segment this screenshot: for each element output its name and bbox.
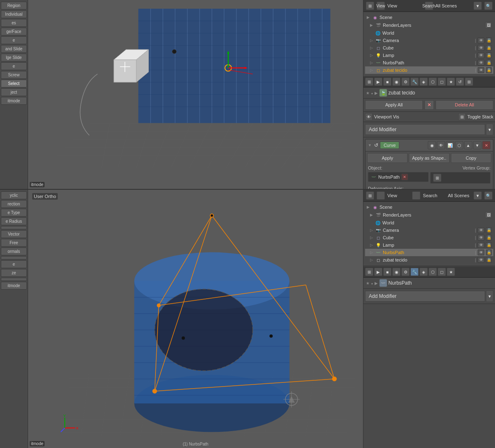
tb-icon-bot-7[interactable]: ⬡	[429, 268, 437, 276]
tree-item-camera[interactable]: ▷ 📷 Camera | 👁 🔒	[365, 37, 493, 44]
object-input[interactable]: 〰 NurbsPath ✕	[368, 172, 429, 182]
tb-icon-bot-5[interactable]: 🔧	[410, 268, 419, 276]
apply-as-shape-btn[interactable]: Apply as Shape..	[409, 153, 449, 163]
sidebar-item-and-slide[interactable]: and Slide	[1, 45, 27, 53]
sidebar-item-e2[interactable]: e	[1, 62, 27, 70]
toggle-stack-icon[interactable]: ⊞	[458, 113, 466, 120]
vertex-group-input[interactable]: ⊞	[430, 172, 491, 184]
mod-h-icon-close[interactable]: ✕	[482, 141, 490, 149]
viewport-top[interactable]: itmode	[28, 0, 363, 189]
delete-all-btn[interactable]: Delete All	[436, 100, 493, 110]
tb-icon-0[interactable]: ⊞	[365, 78, 373, 86]
sidebar-item-lge-slide[interactable]: lge Slide	[1, 54, 27, 61]
tree-item-zubat-bot[interactable]: ▷ ◻ zubat tecido | 👁 🔒	[365, 256, 493, 264]
tb-icon-bot-9[interactable]: ★	[447, 268, 455, 276]
sidebar-item-edge-face[interactable]: ge/Face	[1, 28, 27, 35]
nurbs-eye-btn-top[interactable]: 👁	[478, 60, 484, 66]
sidebar-item-rection[interactable]: rection	[1, 200, 27, 208]
sidebar-item-ject[interactable]: ject	[1, 88, 27, 96]
render-btn-bot[interactable]: 🖼	[485, 212, 492, 218]
tree-item-zubat[interactable]: ▷ ◻ zubat tecido | 👁 🔒	[365, 66, 493, 74]
tb-icon-11[interactable]: ⊞	[465, 78, 473, 86]
tb-icon-bot-2[interactable]: ■	[383, 268, 391, 276]
sidebar-item-empty2[interactable]	[1, 256, 27, 259]
tb-icon-3[interactable]: ◉	[392, 78, 401, 86]
sidebar-item-ze[interactable]: ze	[1, 269, 27, 277]
camera-eye-btn-bot[interactable]: 👁	[478, 227, 484, 233]
tree-item-cube[interactable]: ▷ ◻ Cube | 👁 🔒	[365, 44, 493, 52]
camera-lock-btn-bot[interactable]: 🔒	[486, 227, 492, 233]
sidebar-item-yclic[interactable]: yclic	[1, 191, 27, 199]
view-btn-bot[interactable]	[377, 191, 385, 200]
modifier-expand-arrow[interactable]: ▼	[368, 143, 372, 147]
tb-icon-1[interactable]: ▶	[374, 78, 382, 86]
sidebar-item-vector[interactable]: Vector	[1, 230, 27, 238]
tree-item-lamp[interactable]: ▷ 💡 Lamp | 👁 🔒	[365, 52, 493, 59]
search-icon-bot[interactable]: 🔍	[484, 191, 493, 200]
all-scenes-dropdown-bot[interactable]: ▼	[474, 191, 482, 200]
add-modifier-dropdown-top[interactable]: ▼	[486, 124, 493, 135]
sidebar-item-e-radius[interactable]: e Radius	[1, 217, 27, 225]
cube-lock-btn-bot[interactable]: 🔒	[486, 235, 492, 241]
add-modifier-dropdown-bottom[interactable]: ▼	[486, 290, 493, 302]
renderlayers-btn[interactable]: 🖼	[485, 22, 492, 28]
add-modifier-btn-bottom[interactable]: Add Modifier	[365, 291, 485, 302]
add-modifier-btn-top[interactable]: Add Modifier	[365, 124, 485, 135]
sidebar-item-select[interactable]: Select	[1, 80, 27, 87]
tb-icon-9[interactable]: ★	[447, 78, 455, 86]
tree-item-renderlayers[interactable]: ▶ 🎬 RenderLayers 🖼	[365, 21, 493, 29]
sidebar-item-free[interactable]: Free	[1, 239, 27, 247]
camera-eye-btn[interactable]: 👁	[478, 38, 484, 43]
camera-lock-btn[interactable]: 🔒	[486, 38, 492, 43]
mod-h-icon-edit[interactable]: ⬡	[455, 141, 463, 149]
viewport-eye-icon[interactable]: 👁	[365, 113, 372, 120]
zubat-eye-btn-bot[interactable]: 👁	[478, 257, 484, 263]
tree-item-nurbs-bot[interactable]: ▷ 〰 NurbsPath | 👁 🔒	[365, 249, 493, 256]
tree-item-cube-bot[interactable]: ▷ ◻ Cube | 👁 🔒	[365, 234, 493, 241]
tb-icon-8[interactable]: ◻	[438, 78, 446, 86]
cube-lock-btn[interactable]: 🔒	[486, 45, 492, 51]
sidebar-item-e-bot[interactable]: e	[1, 260, 27, 268]
sidebar-item-es[interactable]: es	[1, 19, 27, 27]
tree-item-world-bot[interactable]: 🌐 World	[365, 219, 493, 226]
tb-icon-bot-6[interactable]: ◈	[420, 268, 428, 276]
scene-header-icon-bot[interactable]: ⊞	[366, 191, 374, 200]
tree-item-lamp-bot[interactable]: ▷ 💡 Lamp | 👁 🔒	[365, 241, 493, 249]
mod-h-icon-render[interactable]: 📊	[446, 141, 454, 149]
tb-icon-6[interactable]: ◈	[420, 78, 428, 86]
cube-eye-btn[interactable]: 👁	[478, 45, 484, 51]
sidebar-item-region[interactable]: Region	[1, 2, 27, 9]
zubat-eye-btn[interactable]: 👁	[478, 67, 484, 73]
tb-icon-bot-0[interactable]: ⊞	[365, 268, 373, 276]
search-btn-bot[interactable]	[412, 191, 420, 200]
sidebar-item-e-type[interactable]: e Type	[1, 209, 27, 217]
apply-all-x-btn[interactable]: ✕	[424, 100, 434, 110]
tb-icon-5[interactable]: 🔧	[410, 78, 419, 86]
zubat-lock-btn[interactable]: 🔒	[486, 67, 492, 73]
sidebar-item-itmode-bot[interactable]: itmode	[1, 282, 27, 290]
sidebar-item-screw[interactable]: Screw	[1, 71, 27, 79]
viewport-bottom[interactable]: X Y User Ortho (1) NurbsPath itmode	[28, 190, 363, 448]
tb-icon-bot-4[interactable]: ⚙	[401, 268, 410, 276]
sidebar-item-e[interactable]: e	[1, 36, 27, 44]
sidebar-item-empty1[interactable]	[1, 226, 27, 229]
tb-icon-bot-8[interactable]: ◻	[438, 268, 446, 276]
modifier-type-btn[interactable]: Curve	[380, 141, 399, 149]
apply-btn[interactable]: Apply	[367, 153, 408, 163]
all-scenes-dropdown-top[interactable]: ▼	[474, 2, 482, 10]
tree-item-world[interactable]: 🌐 World	[365, 29, 493, 37]
object-clear-btn[interactable]: ✕	[401, 174, 408, 180]
nurbs-eye-btn-bot[interactable]: 👁	[478, 250, 484, 255]
tb-icon-7[interactable]: ⬡	[429, 78, 437, 86]
apply-all-btn[interactable]: Apply All	[365, 100, 423, 110]
modifier-undo-icon[interactable]: ↺	[374, 142, 378, 148]
zubat-lock-btn-bot[interactable]: 🔒	[486, 257, 492, 263]
sidebar-item-individual[interactable]: Individual	[1, 10, 27, 18]
copy-btn[interactable]: Copy	[451, 153, 491, 163]
tree-item-scene[interactable]: ▶ ◉ Scene	[365, 14, 493, 21]
nurbs-lock-btn-top[interactable]: 🔒	[486, 60, 492, 66]
tree-item-render-bot[interactable]: ▶ 🎬 RenderLayers 🖼	[365, 211, 493, 219]
tree-item-scene-bot[interactable]: ▶ ◉ Scene	[365, 203, 493, 211]
cube-eye-btn-bot[interactable]: 👁	[478, 235, 484, 241]
nurbs-lock-btn-bot[interactable]: 🔒	[486, 250, 492, 255]
